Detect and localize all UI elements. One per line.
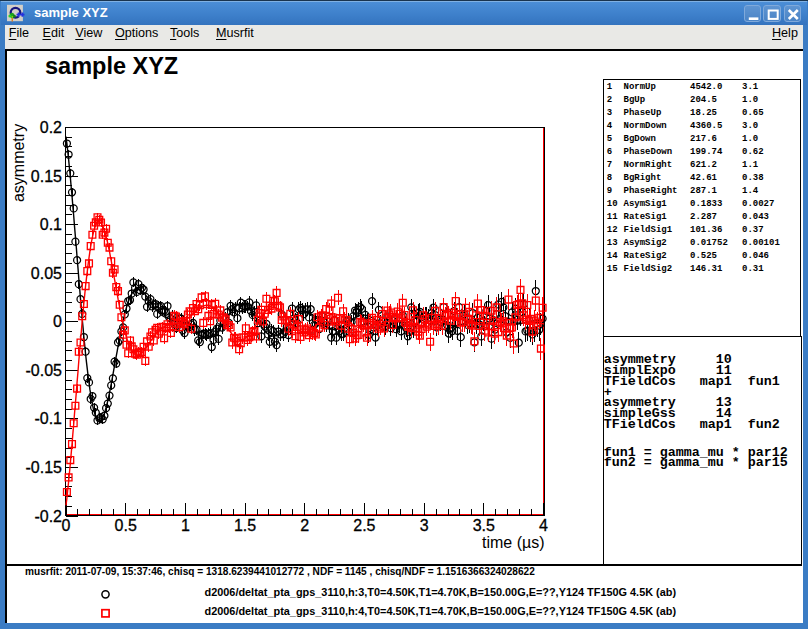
svg-text:0.15: 0.15 (31, 168, 62, 185)
svg-text:2: 2 (300, 517, 309, 534)
svg-text:1.5: 1.5 (234, 517, 256, 534)
svg-text:1: 1 (181, 517, 190, 534)
svg-text:0: 0 (53, 313, 62, 330)
svg-text:0.1: 0.1 (40, 216, 62, 233)
svg-text:4: 4 (539, 517, 548, 534)
svg-text:-0.1: -0.1 (34, 410, 62, 427)
svg-text:-0.2: -0.2 (34, 508, 62, 525)
svg-text:0.2: 0.2 (40, 119, 62, 136)
svg-text:-0.05: -0.05 (26, 362, 63, 379)
svg-text:3: 3 (420, 517, 429, 534)
svg-text:0: 0 (62, 517, 71, 534)
svg-text:asymmetry: asymmetry (11, 124, 28, 202)
svg-text:0.05: 0.05 (31, 265, 62, 282)
svg-text:-0.15: -0.15 (26, 459, 63, 476)
svg-text:3.5: 3.5 (473, 517, 495, 534)
svg-text:0.5: 0.5 (115, 517, 137, 534)
svg-text:time (µs): time (µs) (482, 534, 545, 551)
svg-text:2.5: 2.5 (353, 517, 375, 534)
